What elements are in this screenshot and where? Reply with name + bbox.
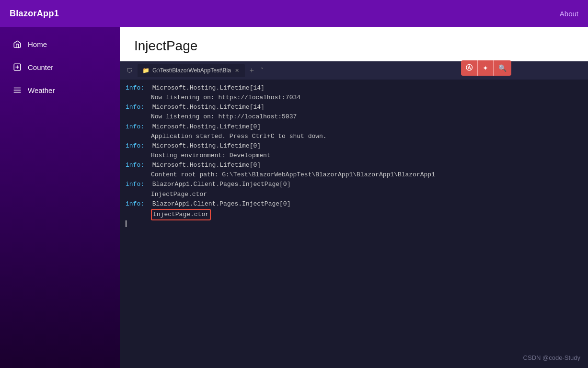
footer-watermark: CSDN @code-Study	[523, 354, 580, 361]
about-link[interactable]: About	[560, 10, 578, 18]
terminal-container: 🛡 📁 G:\Test\BlazorWebAppTest\Bla ✕ + ˅ i…	[120, 61, 588, 368]
page-title: InjectPage	[134, 38, 574, 54]
log-line-highlighted: InjectPage.ctor	[126, 209, 582, 220]
terminal-tab-bar: 🛡 📁 G:\Test\BlazorWebAppTest\Bla ✕ + ˅	[120, 61, 588, 80]
sidebar-item-home-label: Home	[28, 40, 47, 48]
highlight-box: InjectPage.ctor	[151, 209, 211, 220]
sidebar-item-counter[interactable]: Counter	[3, 56, 117, 79]
terminal-tab-close[interactable]: ✕	[234, 67, 240, 74]
annotation-btn-search[interactable]: 🔍	[494, 60, 511, 76]
home-icon	[12, 39, 22, 49]
log-line: Hosting environment: Development	[126, 151, 582, 161]
list-icon	[12, 85, 22, 95]
log-line: info: BlazorApp1.Client.Pages.InjectPage…	[126, 180, 582, 189]
terminal-tab-folder-icon: 📁	[142, 67, 150, 74]
terminal-tab-chevron[interactable]: ˅	[259, 67, 265, 74]
shield-icon: 🛡	[124, 67, 136, 74]
log-line: Application started. Press Ctrl+C to shu…	[126, 132, 582, 141]
log-line: Now listening on: https://localhost:7034	[126, 93, 582, 103]
log-line: info: Microsoft.Hosting.Lifetime[14]	[126, 103, 582, 112]
terminal-tab-path: G:\Test\BlazorWebAppTest\Bla	[152, 67, 231, 74]
annotation-btn-magic[interactable]: ✦	[478, 60, 493, 76]
sidebar-item-weather-label: Weather	[28, 86, 55, 94]
page-header: InjectPage	[120, 27, 588, 61]
log-line: info: Microsoft.Hosting.Lifetime[14]	[126, 83, 582, 93]
terminal-tab[interactable]: 📁 G:\Test\BlazorWebAppTest\Bla ✕	[138, 64, 245, 77]
app-brand: BlazorApp1	[10, 9, 59, 19]
annotation-btn-a[interactable]: Ⓐ	[461, 60, 477, 76]
sidebar-item-home[interactable]: Home	[3, 33, 117, 56]
log-line: info: Microsoft.Hosting.Lifetime[0]	[126, 141, 582, 151]
log-line: info: Microsoft.Hosting.Lifetime[0]	[126, 161, 582, 170]
annotation-bar: Ⓐ ✦ 🔍	[461, 60, 511, 76]
log-line: info: Microsoft.Hosting.Lifetime[0]	[126, 122, 582, 132]
log-line: Content root path: G:\Test\BlazorWebAppT…	[126, 170, 582, 180]
plus-square-icon	[12, 62, 22, 72]
sidebar: Home Counter Weather	[0, 27, 120, 368]
terminal-tab-add[interactable]: +	[247, 66, 257, 75]
log-line: Now listening on: http://localhost:5037	[126, 112, 582, 122]
sidebar-item-counter-label: Counter	[28, 63, 53, 71]
top-navigation: BlazorApp1 About	[0, 0, 588, 27]
log-line: info: BlazorApp1.Client.Pages.InjectPage…	[126, 199, 582, 209]
terminal-cursor	[126, 220, 127, 227]
log-cursor-line	[126, 220, 582, 227]
main-layout: Home Counter Weather	[0, 27, 588, 368]
content-area: InjectPage Ⓐ ✦ 🔍 🛡 📁 G:\Test\BlazorWebAp…	[120, 27, 588, 368]
log-line: InjectPage.ctor	[126, 190, 582, 199]
sidebar-item-weather[interactable]: Weather	[3, 79, 117, 102]
terminal-content[interactable]: info: Microsoft.Hosting.Lifetime[14] Now…	[120, 80, 588, 368]
